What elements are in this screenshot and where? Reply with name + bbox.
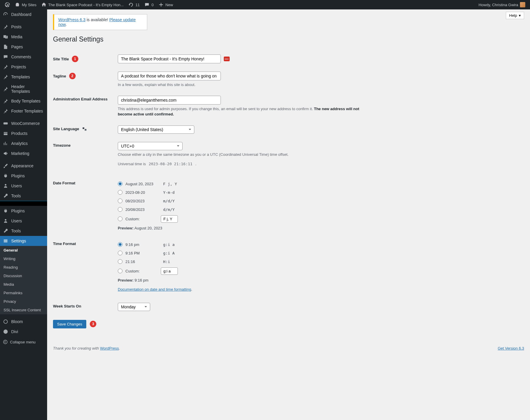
help-button[interactable]: Help▾ xyxy=(506,12,524,19)
wrench-icon xyxy=(3,228,8,234)
adminbar-site-name[interactable]: The Blank Space Podcast - It's Empty Hon… xyxy=(39,0,126,9)
submenu-writing[interactable]: Writing xyxy=(0,254,47,263)
wordpress-icon xyxy=(5,2,10,7)
sidebar-divi[interactable]: Divi xyxy=(0,327,47,337)
time-format-option: 9:16 pmg:i a xyxy=(118,240,524,249)
tagline-input[interactable] xyxy=(118,72,221,80)
utc-row: Universal time is 2023-08-20 21:16:11 . xyxy=(118,161,371,167)
date-format-radio[interactable] xyxy=(118,181,122,186)
sidebar-pages[interactable]: Pages xyxy=(0,42,47,52)
submenu-media[interactable]: Media xyxy=(0,280,47,289)
time-format-radio[interactable] xyxy=(118,259,122,264)
sidebar-tools-2[interactable]: Tools xyxy=(0,226,47,236)
time-format-code: g:i a xyxy=(161,242,177,247)
sidebar-analytics[interactable]: Analytics xyxy=(0,138,47,148)
site-language-select[interactable]: English (United States) xyxy=(118,125,194,134)
settings-submenu: General Writing Reading Discussion Media… xyxy=(0,246,47,314)
date-format-radio[interactable] xyxy=(118,190,122,195)
sidebar-projects[interactable]: Projects xyxy=(0,62,47,72)
comment-icon xyxy=(3,54,8,59)
adminbar-new[interactable]: New xyxy=(156,0,175,9)
submenu-reading[interactable]: Reading xyxy=(0,263,47,272)
adminbar-updates[interactable]: 11 xyxy=(126,0,142,9)
adminbar-wp-logo[interactable] xyxy=(2,0,12,9)
update-notice: WordPress 6.3 is available! Please updat… xyxy=(53,14,147,30)
date-format-radio-custom[interactable] xyxy=(118,216,122,221)
sidebar-bloom[interactable]: Bloom xyxy=(0,317,47,327)
time-format-custom-input[interactable] xyxy=(161,267,178,275)
adminbar-account[interactable]: Howdy, Christina Gwira xyxy=(476,0,528,9)
adminbar-comments-count: 0 xyxy=(151,3,153,7)
time-format-radio[interactable] xyxy=(118,251,122,255)
adminbar-my-sites[interactable]: My Sites xyxy=(12,0,39,9)
sidebar-plugins-2[interactable]: Plugins xyxy=(0,206,47,216)
password-manager-icon[interactable]: ••• xyxy=(224,57,230,61)
time-format-radio-custom[interactable] xyxy=(118,269,122,273)
date-format-radio[interactable] xyxy=(118,207,122,212)
admin-email-input[interactable] xyxy=(118,96,221,105)
page-icon xyxy=(3,44,8,49)
sidebar-media[interactable]: Media xyxy=(0,32,47,42)
pin-icon xyxy=(3,64,8,70)
comment-icon xyxy=(144,2,150,7)
date-format-radio[interactable] xyxy=(118,199,122,203)
adminbar-site-title: The Blank Space Podcast - It's Empty Hon… xyxy=(48,3,124,7)
time-format-label: 9:16 PM xyxy=(125,251,158,255)
chevron-down-icon: ▾ xyxy=(519,13,521,18)
sidebar-body-templates[interactable]: Body Templates xyxy=(0,96,47,106)
footer-wp-link[interactable]: WordPress xyxy=(100,346,119,350)
sidebar-marketing[interactable]: Marketing xyxy=(0,148,47,158)
date-format-label: August 20, 2023 xyxy=(125,182,158,186)
adminbar-updates-count: 11 xyxy=(135,3,140,7)
time-format-option: 21:16H:i xyxy=(118,257,524,266)
footer-version-link[interactable]: Get Version 6.3 xyxy=(498,346,524,350)
adminbar-howdy: Howdy, Christina Gwira xyxy=(478,3,518,7)
sidebar-settings[interactable]: Settings xyxy=(0,236,47,246)
date-format-custom-input[interactable] xyxy=(161,215,178,223)
sidebar-appearance[interactable]: Appearance xyxy=(0,161,47,171)
sidebar-overlap-row[interactable] xyxy=(0,201,47,206)
sidebar-users-2[interactable]: Users xyxy=(0,216,47,226)
sidebar-collapse[interactable]: Collapse menu xyxy=(0,337,47,347)
sidebar-users[interactable]: Users xyxy=(0,181,47,191)
media-icon xyxy=(3,34,8,39)
date-format-label: 2023-08-20 xyxy=(125,190,158,195)
submenu-general[interactable]: General xyxy=(0,246,47,254)
date-format-custom-label: Custom: xyxy=(125,217,158,221)
time-format-radio[interactable] xyxy=(118,242,122,247)
sidebar-footer-templates[interactable]: Footer Templates xyxy=(0,106,47,116)
sidebar-comments[interactable]: Comments xyxy=(0,52,47,62)
notice-version-link[interactable]: WordPress 6.3 xyxy=(58,17,85,22)
tagline-description: In a few words, explain what this site i… xyxy=(118,82,371,87)
site-title-input[interactable] xyxy=(118,54,221,63)
sidebar-tools[interactable]: Tools xyxy=(0,191,47,201)
woocommerce-icon xyxy=(3,121,8,126)
date-time-doc-link[interactable]: Documentation on date and time formattin… xyxy=(118,287,191,292)
submenu-discussion[interactable]: Discussion xyxy=(0,272,47,280)
save-changes-button[interactable]: Save Changes xyxy=(53,320,86,328)
timezone-select[interactable]: UTC+0 xyxy=(118,142,183,150)
label-date-format: Date Format xyxy=(53,180,118,185)
megaphone-icon xyxy=(3,151,8,156)
collapse-icon xyxy=(3,340,8,344)
page-title: General Settings xyxy=(53,35,524,43)
sidebar-plugins[interactable]: Plugins xyxy=(0,171,47,181)
sidebar-templates[interactable]: Templates xyxy=(0,72,47,82)
label-timezone: Timezone xyxy=(53,142,118,148)
date-format-option: 2023-08-20Y-m-d xyxy=(118,188,524,197)
adminbar-comments[interactable]: 0 xyxy=(142,0,156,9)
sidebar-products[interactable]: Products xyxy=(0,128,47,138)
sidebar-header-templates[interactable]: Header Templates xyxy=(0,82,47,96)
submenu-permalinks[interactable]: Permalinks xyxy=(0,289,47,297)
sidebar-posts[interactable]: Posts xyxy=(0,22,47,32)
label-admin-email: Administration Email Address xyxy=(53,96,118,101)
submenu-privacy[interactable]: Privacy xyxy=(0,297,47,306)
svg-point-5 xyxy=(4,340,7,344)
user-avatar xyxy=(520,2,525,7)
sidebar-woocommerce[interactable]: WooCommerce xyxy=(0,118,47,128)
sidebar-dashboard[interactable]: Dashboard xyxy=(0,9,47,19)
annotation-1: 1 xyxy=(72,56,78,62)
adminbar-my-sites-label: My Sites xyxy=(22,3,37,7)
week-starts-select[interactable]: Monday xyxy=(118,303,150,311)
submenu-ssl[interactable]: SSL Insecure Content xyxy=(0,306,47,314)
